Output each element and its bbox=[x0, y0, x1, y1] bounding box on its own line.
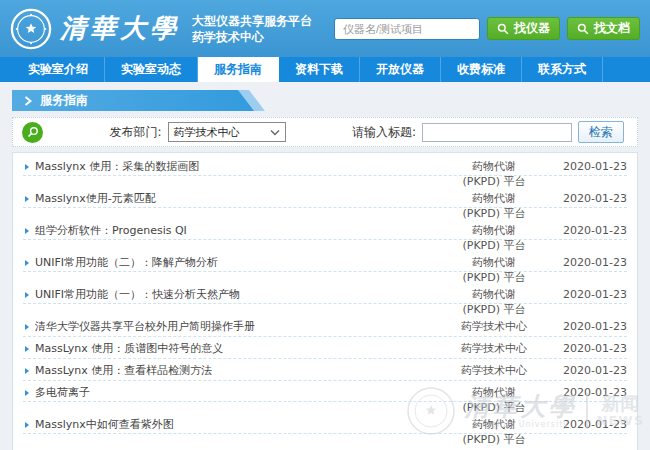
row-bullet-icon bbox=[25, 292, 29, 298]
page-root: 清華大學 大型仪器共享服务平台 药学技术中心 找仪器 找文档 实验室介绍实验室动… bbox=[0, 0, 650, 450]
article-department: 药物代谢(PKPD) 平台 bbox=[443, 284, 545, 317]
department-select[interactable]: 药学技术中心 bbox=[168, 122, 286, 142]
article-date: 2020-01-23 bbox=[545, 220, 629, 241]
dept-label: 发布部门: bbox=[109, 124, 161, 141]
row-bullet-icon bbox=[25, 390, 29, 396]
article-link[interactable]: Masslynx 使用：采集的数据画图 bbox=[35, 156, 443, 177]
nav-tab[interactable]: 实验室动态 bbox=[105, 57, 198, 82]
article-department: 药学技术中心 bbox=[443, 338, 545, 359]
article-department: 药物代谢(PKPD) 平台 bbox=[443, 382, 545, 415]
find-document-label: 找文档 bbox=[594, 20, 630, 37]
row-bullet-icon bbox=[25, 164, 29, 170]
list-item: 有机质谱中同位素峰强度比的计算方法药物代谢(PKPD) 平台2020-01-23 bbox=[21, 446, 629, 450]
article-date: 2020-01-23 bbox=[545, 316, 629, 337]
article-date: 2020-01-23 bbox=[545, 382, 629, 403]
article-link[interactable]: 有机质谱中同位素峰强度比的计算方法 bbox=[35, 446, 443, 450]
article-date: 2020-01-23 bbox=[545, 446, 629, 450]
article-link[interactable]: MassLynx 使用：质谱图中符号的意义 bbox=[35, 338, 443, 359]
row-bullet-icon bbox=[25, 422, 29, 428]
article-department: 药物代谢(PKPD) 平台 bbox=[443, 414, 545, 447]
row-bullet-icon bbox=[25, 196, 29, 202]
search-icon bbox=[577, 23, 589, 35]
find-document-button[interactable]: 找文档 bbox=[567, 17, 640, 40]
article-department: 药学技术中心 bbox=[443, 316, 545, 337]
find-instrument-button[interactable]: 找仪器 bbox=[487, 17, 560, 40]
article-link[interactable]: Masslynx使用-元素匹配 bbox=[35, 188, 443, 209]
row-bullet-icon bbox=[25, 368, 29, 374]
row-bullet-icon bbox=[25, 260, 29, 266]
filter-panel: 发布部门: 药学技术中心 请输入标题: 检索 bbox=[12, 117, 638, 147]
university-name: 清華大學 bbox=[60, 11, 180, 46]
title-filter: 请输入标题: 检索 bbox=[352, 121, 624, 143]
article-department: 药物代谢(PKPD) 平台 bbox=[443, 156, 545, 189]
list-item: UNIFI常用功能（一）：快速分析天然产物药物代谢(PKPD) 平台2020-0… bbox=[21, 284, 629, 316]
list-item: Masslynx使用-元素匹配药物代谢(PKPD) 平台2020-01-23 bbox=[21, 188, 629, 220]
article-date: 2020-01-23 bbox=[545, 156, 629, 177]
article-link[interactable]: Masslynx中如何查看紫外图 bbox=[35, 414, 443, 435]
list-item: MassLynx 使用：查看样品检测方法药学技术中心2020-01-23 bbox=[21, 360, 629, 382]
platform-line2: 药学技术中心 bbox=[192, 29, 312, 45]
article-link[interactable]: MassLynx 使用：查看样品检测方法 bbox=[35, 360, 443, 381]
nav-tab[interactable]: 服务指南 bbox=[198, 57, 279, 82]
article-link[interactable]: 清华大学仪器共享平台校外用户简明操作手册 bbox=[35, 316, 443, 337]
nav-tabs: 实验室介绍实验室动态服务指南资料下载开放仪器收费标准联系方式 bbox=[0, 57, 650, 82]
row-bullet-icon bbox=[25, 228, 29, 234]
list-item: 多电荷离子药物代谢(PKPD) 平台2020-01-23 bbox=[21, 382, 629, 414]
article-date: 2020-01-23 bbox=[545, 188, 629, 209]
list-item: 组学分析软件：Progenesis QI药物代谢(PKPD) 平台2020-01… bbox=[21, 220, 629, 252]
row-bullet-icon bbox=[25, 346, 29, 352]
nav-tab[interactable]: 资料下载 bbox=[279, 57, 360, 82]
list-item: Masslynx中如何查看紫外图药物代谢(PKPD) 平台2020-01-23 bbox=[21, 414, 629, 446]
article-date: 2020-01-23 bbox=[545, 338, 629, 359]
article-list: Masslynx 使用：采集的数据画图药物代谢(PKPD) 平台2020-01-… bbox=[12, 152, 638, 450]
site-header: 清華大學 大型仪器共享服务平台 药学技术中心 找仪器 找文档 bbox=[0, 0, 650, 57]
search-button[interactable]: 检索 bbox=[578, 121, 624, 143]
title-input[interactable] bbox=[422, 123, 572, 142]
chevron-down-icon bbox=[270, 129, 280, 136]
breadcrumb-label: 服务指南 bbox=[40, 92, 88, 109]
nav-tab[interactable]: 开放仪器 bbox=[360, 57, 441, 82]
article-department: 药学技术中心 bbox=[443, 360, 545, 381]
tsinghua-logo-icon bbox=[10, 8, 52, 50]
breadcrumb: 服务指南 bbox=[12, 90, 268, 111]
article-link[interactable]: 组学分析软件：Progenesis QI bbox=[35, 220, 443, 241]
platform-line1: 大型仪器共享服务平台 bbox=[192, 13, 312, 29]
department-filter: 发布部门: 药学技术中心 bbox=[43, 122, 352, 142]
list-item: Masslynx 使用：采集的数据画图药物代谢(PKPD) 平台2020-01-… bbox=[21, 156, 629, 188]
list-item: UNIFI常用功能（二）：降解产物分析药物代谢(PKPD) 平台2020-01-… bbox=[21, 252, 629, 284]
article-department: 药物代谢(PKPD) 平台 bbox=[443, 220, 545, 253]
article-link[interactable]: UNIFI常用功能（一）：快速分析天然产物 bbox=[35, 284, 443, 305]
instrument-search-input[interactable] bbox=[334, 18, 480, 40]
article-date: 2020-01-23 bbox=[545, 252, 629, 273]
article-date: 2020-01-23 bbox=[545, 360, 629, 381]
list-item: MassLynx 使用：质谱图中符号的意义药学技术中心2020-01-23 bbox=[21, 338, 629, 360]
article-link[interactable]: UNIFI常用功能（二）：降解产物分析 bbox=[35, 252, 443, 273]
nav-tab[interactable]: 收费标准 bbox=[441, 57, 522, 82]
logo-link[interactable]: 清華大學 大型仪器共享服务平台 药学技术中心 bbox=[10, 8, 312, 50]
article-link[interactable]: 多电荷离子 bbox=[35, 382, 443, 403]
nav-tab[interactable]: 联系方式 bbox=[522, 57, 603, 82]
main-content: 服务指南 发布部门: 药学技术中心 请输入标题: 检索 Masslynx 使用：… bbox=[0, 82, 650, 450]
platform-title: 大型仪器共享服务平台 药学技术中心 bbox=[192, 13, 312, 45]
article-date: 2020-01-23 bbox=[545, 284, 629, 305]
search-icon bbox=[497, 23, 509, 35]
search-circle-icon bbox=[22, 122, 43, 143]
nav-tab[interactable]: 实验室介绍 bbox=[12, 57, 105, 82]
article-department: 药物代谢(PKPD) 平台 bbox=[443, 446, 545, 450]
title-label: 请输入标题: bbox=[352, 124, 416, 141]
department-selected-value: 药学技术中心 bbox=[174, 125, 240, 140]
article-department: 药物代谢(PKPD) 平台 bbox=[443, 188, 545, 221]
main-nav: 实验室介绍实验室动态服务指南资料下载开放仪器收费标准联系方式 bbox=[0, 57, 650, 82]
row-bullet-icon bbox=[25, 324, 29, 330]
breadcrumb-current[interactable]: 服务指南 bbox=[12, 90, 254, 111]
list-item: 清华大学仪器共享平台校外用户简明操作手册药学技术中心2020-01-23 bbox=[21, 316, 629, 338]
header-search: 找仪器 找文档 bbox=[334, 17, 640, 40]
find-instrument-label: 找仪器 bbox=[514, 20, 550, 37]
article-department: 药物代谢(PKPD) 平台 bbox=[443, 252, 545, 285]
chevron-right-icon bbox=[24, 96, 32, 106]
article-date: 2020-01-23 bbox=[545, 414, 629, 435]
